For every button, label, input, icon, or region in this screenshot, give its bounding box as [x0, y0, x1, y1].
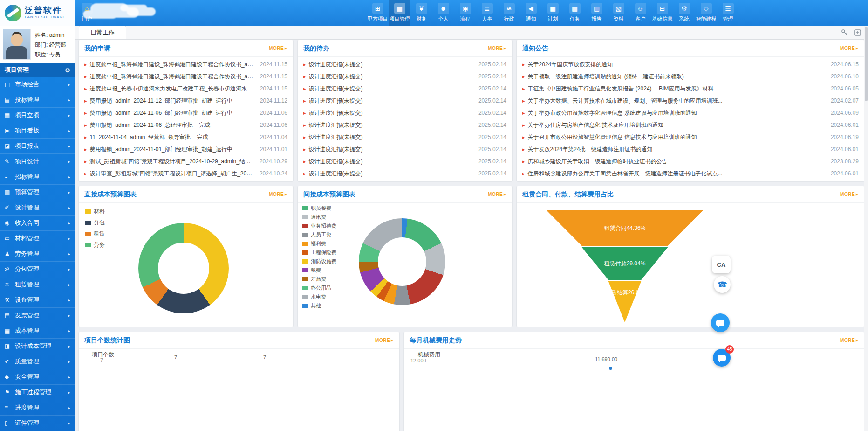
nav-item[interactable]: ⚙ 系统	[673, 0, 695, 26]
nav-item[interactable]: ◀ 通知	[520, 0, 542, 26]
chat-button[interactable]: 45	[713, 349, 731, 367]
nav-item[interactable]: ⊟ 基础信息	[651, 0, 673, 26]
more-link[interactable]: MORE	[269, 192, 287, 197]
sidebar-menu-item[interactable]: ▤ 发票管理 ▸	[0, 308, 75, 323]
more-link[interactable]: MORE	[488, 46, 506, 51]
sidebar-menu-item[interactable]: ♟ 劳务管理 ▸	[0, 246, 75, 262]
sidebar-menu-item[interactable]: ◪ 项目报表 ▸	[0, 139, 75, 154]
nav-item[interactable]: ⊞ 甲方项目	[367, 0, 389, 26]
list-item[interactable]: 设计进度汇报(未提交) 2025.02.14	[298, 167, 512, 180]
notice-list: 关于2024年国庆节放假安排的通知 2024.06.15 关于领取一级注册建造师…	[517, 57, 864, 181]
more-link[interactable]: MORE	[488, 192, 506, 197]
legend-label: 工程保险费	[311, 249, 336, 256]
list-item[interactable]: 关于领取一级注册建造师培训贴的通知 (须持一建证书前来领取) 2024.06.1…	[517, 70, 864, 83]
sidebar-menu-item[interactable]: ▯ 证件管理 ▸	[0, 416, 75, 431]
list-item[interactable]: 设计进度汇报(未提交) 2025.02.14	[298, 83, 512, 95]
item-text: 设计审查_彭祖新城"四馆"景观工程设计项目_请选择_胡广生_2024-10-2.…	[84, 170, 254, 178]
list-item[interactable]: 设计进度汇报(未提交) 2025.02.14	[298, 58, 512, 70]
list-item[interactable]: 关于2024年国庆节放假安排的通知 2024.06.15	[517, 58, 864, 70]
qq-service-button[interactable]	[711, 313, 730, 332]
sidebar-menu-item[interactable]: ◨ 设计成本管理 ▸	[0, 339, 75, 354]
nav-item[interactable]: ☰ 管理	[717, 0, 739, 26]
list-item[interactable]: 关于举办住房与房地产信息化 技术及应用培训班的通知 2024.06.01	[517, 119, 864, 131]
sidebar-menu-item[interactable]: ✐ 设计管理 ▸	[0, 200, 75, 216]
nav-item[interactable]: ≣ 人事	[476, 0, 498, 26]
list-item[interactable]: 关于举办市政公用设施数字化管理信息 系统建设与应用培训班的通知 2024.06.…	[517, 107, 864, 119]
list-item[interactable]: 设计进度汇报(未提交) 2025.02.14	[298, 143, 512, 155]
list-item[interactable]: 设计进度汇报(未提交) 2025.02.14	[298, 119, 512, 131]
list-item[interactable]: 设计进度汇报(未提交) 2025.02.14	[298, 131, 512, 143]
nav-item[interactable]: ▤ 任务	[564, 0, 586, 26]
item-date: 2024.02.07	[831, 97, 859, 104]
list-item[interactable]: 设计审查_彭祖新城"四馆"景观工程设计项目_请选择_胡广生_2024-10-2.…	[79, 167, 293, 180]
nav-item[interactable]: ▦ 项目管理	[389, 0, 410, 26]
sidebar-menu-item[interactable]: ▦ 项目立项 ▸	[0, 108, 75, 123]
list-item[interactable]: 费用报销_admin_2024-11-01_部门经理审批_胡建_运行中 2024…	[79, 143, 293, 155]
sidebar-menu-item[interactable]: x² 分包管理 ▸	[0, 262, 75, 277]
sidebar-menu-item[interactable]: ◆ 安全管理 ▸	[0, 369, 75, 385]
sidebar-menu-item[interactable]: ◉ 收入合同 ▸	[0, 216, 75, 231]
sidebar-menu-item[interactable]: ▭ 材料管理 ▸	[0, 231, 75, 246]
sidebar-menu-item[interactable]: ▦ 成本管理 ▸	[0, 323, 75, 339]
sidebar-menu-item[interactable]: ✕ 租赁管理 ▸	[0, 277, 75, 292]
list-item[interactable]: 住房和城乡建设部办公厅关于同意吉林省开展二级建造师注册证书电子化试点... 20…	[517, 167, 864, 180]
item-date: 2024.11.06	[260, 110, 287, 116]
nav-item[interactable]: ≋ 行政	[498, 0, 520, 26]
list-item[interactable]: 设计进度汇报(未提交) 2025.02.14	[298, 155, 512, 167]
nav-item[interactable]: ◇ 智能建模	[695, 0, 717, 26]
list-item[interactable]: 11_2024-11-04_admin_经营部_领导审批__完成 2024.11…	[79, 131, 293, 143]
nav-item[interactable]: ☻ 个人	[432, 0, 454, 26]
floating-ca-widget[interactable]: CA	[712, 256, 731, 273]
list-item[interactable]: 于征集《中国建筑施工行业信息化发展报告 (2024) —BIM应用与发展》材料.…	[517, 83, 864, 95]
more-link[interactable]: MORE	[840, 46, 859, 51]
sidebar-menu-item[interactable]: ✔ 质量管理 ▸	[0, 354, 75, 369]
sidebar-menu-item[interactable]: ⚒ 设备管理 ▸	[0, 292, 75, 308]
sidebar-menu-item[interactable]: ≡ 进度管理 ▸	[0, 400, 75, 416]
list-item[interactable]: 费用报销_admin_2024-11-12_部门经理审批_胡建_运行中 2024…	[79, 95, 293, 107]
nav-item[interactable]: ◉ 流程	[454, 0, 476, 26]
more-link[interactable]: MORE	[840, 338, 859, 343]
sidebar-menu-item[interactable]: ⚑ 施工过程管理 ▸	[0, 385, 75, 400]
nav-item[interactable]: ▧ 资料	[608, 0, 629, 26]
list-item[interactable]: 关于发放2024年第24批一级建造师注册证书的通知 2024.06.01	[517, 143, 864, 155]
gear-icon[interactable]: ⚙	[65, 67, 70, 74]
list-item[interactable]: 费用报销_admin_2024-11-06_总经理审批__完成 2024.11.…	[79, 119, 293, 131]
nav-item[interactable]: ▦ 计划	[542, 0, 564, 26]
list-item[interactable]: 设计进度汇报(未提交) 2025.02.14	[298, 107, 512, 119]
tab-daily-work[interactable]: 日常工作	[79, 26, 126, 39]
nav-item[interactable]: ¥ 财务	[410, 0, 432, 26]
nav-item[interactable]: ▥ 报告	[586, 0, 608, 26]
more-link[interactable]: MORE	[269, 46, 287, 51]
legend-label: 人员工资	[311, 231, 331, 238]
sidebar-menu-item[interactable]: ✎ 项目设计 ▸	[0, 154, 75, 169]
list-item[interactable]: 测试_彭祖新城"四馆"景观工程设计项目_2024-10-29_admin_结束_…	[79, 155, 293, 167]
vertical-scrollbar[interactable]	[864, 26, 868, 431]
chart-legend: 职员餐费 通讯费 业务招待费 人员工资 福利费	[302, 205, 336, 309]
pin-icon[interactable]	[854, 29, 861, 36]
item-date: 2024.11.12	[260, 97, 287, 104]
nav-item-portal[interactable]: ⌂ 门户	[76, 0, 98, 26]
list-item[interactable]: 设计进度汇报(未提交) 2025.02.14	[298, 95, 512, 107]
list-item[interactable]: 设计进度汇报(未提交) 2025.02.14	[298, 70, 512, 83]
sidebar-menu-item[interactable]: ▥ 预算管理 ▸	[0, 185, 75, 200]
more-link[interactable]: MORE	[375, 338, 394, 343]
list-item[interactable]: 关于举办大数据、云计算技术在城市建设、规划、管理与服务中的应用培训班... 20…	[517, 95, 864, 107]
key-icon[interactable]	[841, 29, 848, 36]
more-link[interactable]: MORE	[840, 192, 859, 197]
funnel-label: 租赁结算26.6%	[606, 289, 644, 297]
sidebar-menu-item[interactable]: ◒ 招标管理 ▸	[0, 169, 75, 185]
sidebar-menu-item[interactable]: ◫ 市场经营 ▸	[0, 77, 75, 92]
sidebar-menu-item[interactable]: ▤ 投标管理 ▸	[0, 92, 75, 108]
sidebar-menu-item[interactable]: ▣ 项目看板 ▸	[0, 123, 75, 139]
phone-icon[interactable]: ☎	[714, 276, 731, 293]
list-item[interactable]: 关于召开市政公用设施智慧化管理信息 信息技术与应用培训班的通知 2024.06.…	[517, 131, 864, 143]
list-item[interactable]: 进度款申报_长春市伊通河水力发电厂改建工程_长春市伊通河水力发电... 2024…	[79, 83, 293, 95]
list-item[interactable]: 进度款申报_珠海鹤港口建设_珠海鹤港口建设工程合作协议书_admin_... 2…	[79, 58, 293, 70]
list-item[interactable]: 费用报销_admin_2024-11-06_部门经理审批_胡建_运行中 2024…	[79, 107, 293, 119]
nav-icon: ▥	[591, 3, 602, 14]
cloud-decoration	[120, 5, 147, 11]
nav-item[interactable]: ☺ 客户	[629, 0, 651, 26]
scrollbar-thumb[interactable]	[865, 27, 868, 101]
list-item[interactable]: 进度款申报_珠海鹤港口建设_珠海鹤港口建设工程合作协议书_admin_... 2…	[79, 70, 293, 83]
list-item[interactable]: 房和城乡建设厅关于取消二级建造师临时执业证书的公告 2023.08.29	[517, 155, 864, 167]
